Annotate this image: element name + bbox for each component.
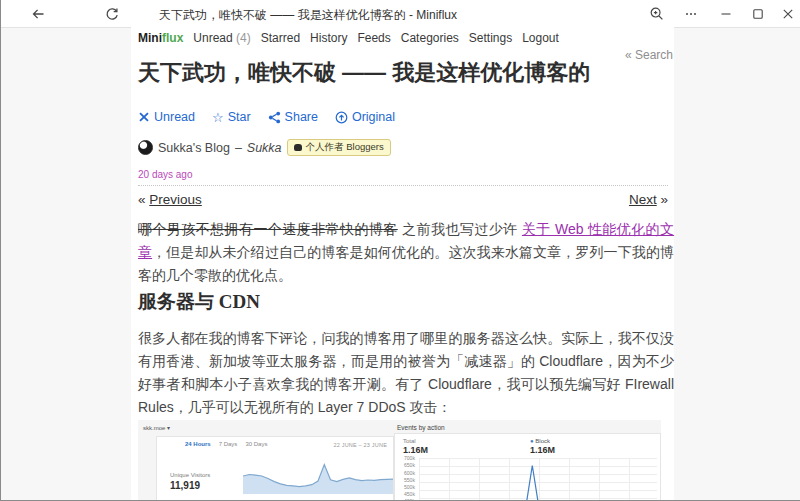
minimize-button[interactable]: [715, 3, 737, 25]
more-menu-button[interactable]: [680, 3, 702, 25]
date-range: 22 JUNE – 23 JUNE: [333, 442, 387, 448]
star-icon: ☆: [212, 111, 224, 124]
nav-item-categories[interactable]: Categories: [401, 31, 459, 45]
minimize-icon: [718, 6, 734, 22]
tab-7-days: 7 Days: [219, 441, 238, 447]
paragraph-1: 哪个男孩不想拥有一个速度非常快的博客 之前我也写过少许 关于 Web 性能优化的…: [138, 218, 674, 287]
feed-name: Sukka's Blog: [158, 141, 230, 155]
action-share[interactable]: Share: [268, 110, 318, 124]
app-window: 天下武功，唯快不破 —— 我是这样优化博客的 - Miniflux: [0, 0, 800, 501]
feed-separator: –: [235, 141, 242, 155]
close-button[interactable]: [777, 3, 799, 25]
category-badge-label: 个人作者 Bloggers: [306, 141, 384, 154]
back-icon: [30, 6, 46, 22]
nav-item-unread[interactable]: Unread (4): [193, 31, 250, 45]
paragraph-2: 很多人都在我的博客下评论，问我的博客用了哪里的服务器这么快。实际上，我不仅没有用…: [138, 327, 674, 419]
more-dots-icon: [683, 6, 699, 22]
action-star-label: Star: [228, 110, 251, 124]
share-icon: [268, 111, 281, 124]
refresh-icon: [104, 6, 120, 22]
block-series-value: 1.16M: [530, 445, 555, 455]
strikethrough-text: 哪个男孩不想拥有一个速度非常快的博客: [138, 221, 398, 237]
events-panel: Total 1.16M ● Block 1.16M 700k 650k 600k…: [394, 433, 661, 501]
x-mark-icon: [138, 111, 150, 123]
events-total-value: 1.16M: [403, 445, 428, 455]
action-star[interactable]: ☆ Star: [212, 110, 251, 124]
entry-actions: Unread ☆ Star Share Original: [138, 110, 395, 124]
action-toggle-unread[interactable]: Unread: [138, 110, 195, 124]
block-series-legend: ● Block: [530, 438, 550, 444]
feed-avatar: [138, 140, 153, 155]
window-title: 天下武功，唯快不破 —— 我是这样优化博客的 - Miniflux: [159, 7, 457, 24]
range-tabs: 24 Hours 7 Days 30 Days: [185, 441, 267, 447]
action-original-label: Original: [352, 110, 395, 124]
brand-flux: flux: [162, 31, 183, 45]
badge-icon: [294, 144, 302, 151]
zoom-page-button[interactable]: [646, 3, 668, 25]
nav-item-feeds[interactable]: Feeds: [357, 31, 390, 45]
nav-item-logout[interactable]: Logout: [522, 31, 559, 45]
nav-item-starred[interactable]: Starred: [261, 31, 300, 45]
dotted-separator: [138, 185, 668, 186]
events-total-label: Total: [403, 438, 416, 444]
tab-30-days: 30 Days: [245, 441, 267, 447]
action-share-label: Share: [285, 110, 318, 124]
external-link-icon: [335, 111, 348, 124]
next-entry-link[interactable]: Next »: [629, 192, 668, 207]
close-icon: [780, 6, 796, 22]
unique-visitors-value: 11,919: [170, 480, 200, 491]
unread-count: (4): [236, 31, 251, 45]
category-badge: 个人作者 Bloggers: [287, 139, 391, 156]
entry-age: 20 days ago: [138, 169, 193, 180]
legend-dot-icon: ●: [530, 438, 534, 444]
action-original[interactable]: Original: [335, 110, 395, 124]
titlebar: 天下武功，唯快不破 —— 我是这样优化博客的 - Miniflux: [1, 0, 800, 28]
back-button[interactable]: [27, 3, 49, 25]
unique-visitors-label: Unique Visitors: [170, 472, 210, 478]
nav-item-history[interactable]: History: [310, 31, 347, 45]
article-title: 天下武功，唯快不破 —— 我是这样优化博客的: [138, 58, 678, 88]
nav-brand[interactable]: Miniflux: [138, 31, 183, 45]
article-image-analytics: skk.moe ▾ 24 Hours 7 Days 30 Days 22 JUN…: [138, 420, 661, 501]
events-chart: [419, 458, 657, 501]
magnifier-plus-icon: [649, 6, 665, 22]
main-nav: Miniflux Unread (4) Starred History Feed…: [138, 31, 559, 45]
tab-24-hours: 24 Hours: [185, 441, 211, 447]
maximize-button[interactable]: [747, 3, 769, 25]
refresh-button[interactable]: [101, 3, 123, 25]
previous-entry-link[interactable]: « Previous: [138, 192, 202, 207]
site-dropdown: skk.moe ▾: [143, 424, 170, 431]
events-y-axis: 700k 650k 600k 550k 500k 450k 400k: [400, 456, 415, 501]
traffic-panel: 24 Hours 7 Days 30 Days 22 JUNE – 23 JUN…: [156, 436, 394, 501]
nav-item-settings[interactable]: Settings: [469, 31, 512, 45]
action-unread-label: Unread: [154, 110, 195, 124]
feed-author: Sukka: [247, 141, 282, 155]
entry-pagination: « Previous Next »: [138, 192, 668, 207]
unique-visitors-chart: [243, 463, 393, 494]
caret-down-icon: ▾: [167, 425, 170, 431]
maximize-icon: [750, 6, 766, 22]
feed-info: Sukka's Blog – Sukka 个人作者 Bloggers: [138, 139, 391, 156]
section-heading: 服务器与 CDN: [138, 289, 260, 315]
events-panel-title: Events by action: [397, 424, 445, 431]
